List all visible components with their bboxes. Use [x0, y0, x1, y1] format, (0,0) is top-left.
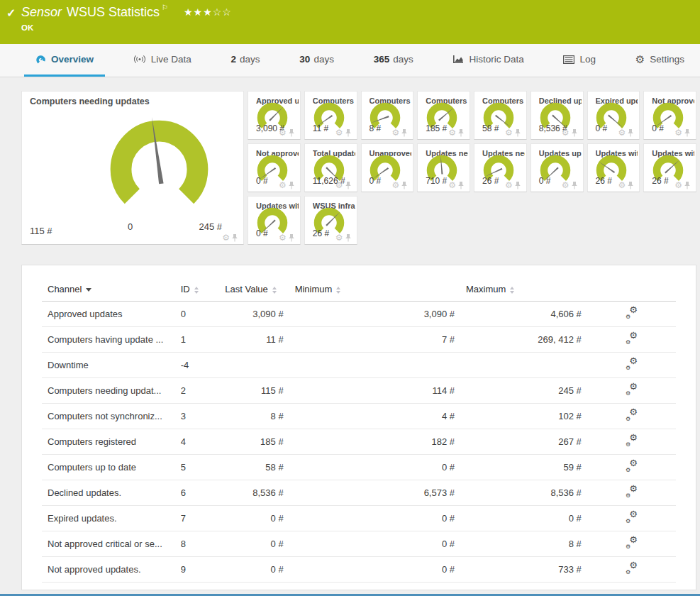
channel-maximum: 733 # [460, 557, 587, 583]
tab-overview[interactable]: Overview [24, 44, 105, 77]
tile-settings-gear-icon[interactable]: ⚙ [279, 233, 287, 242]
table-row[interactable]: Computers up to date 5 58 # 0 # 59 # ⚙⚙ [42, 455, 676, 480]
tile-pin-icon[interactable] [345, 234, 352, 242]
tile-pin-icon[interactable] [288, 182, 295, 189]
channel-settings-icon[interactable]: ⚙⚙ [626, 333, 638, 344]
table-row[interactable]: Computers not synchroniz... 3 8 # 4 # 10… [42, 404, 676, 429]
tab-365-days[interactable]: 365 days [362, 44, 425, 77]
gauge-tile[interactable]: Expired updates. 0 # ⚙ [587, 91, 640, 140]
table-row[interactable]: Computers registered 4 185 # 182 # 267 #… [42, 429, 676, 455]
table-row[interactable]: Downtime -4 ⚙⚙ [42, 353, 676, 378]
tab-2-days[interactable]: 2 days [220, 44, 272, 77]
tile-settings-gear-icon[interactable]: ⚙ [505, 128, 513, 137]
channel-settings-icon[interactable]: ⚙⚙ [626, 359, 638, 370]
gauge-tile[interactable]: Updates up to date. 0 # ⚙ [530, 143, 584, 192]
table-row[interactable]: Declined updates. 6 8,536 # 6,573 # 8,53… [42, 480, 676, 506]
column-header-minimum[interactable]: Minimum [289, 277, 460, 302]
priority-flag-icon[interactable]: ⚐ [162, 4, 168, 11]
gauge-tile[interactable]: Updates with client err... 26 # ⚙ [587, 143, 640, 192]
tab-settings[interactable]: ⚙ Settings [624, 44, 696, 77]
tile-settings-gear-icon[interactable]: ⚙ [279, 181, 287, 189]
tile-pin-icon[interactable] [684, 182, 691, 189]
tile-settings-gear-icon[interactable]: ⚙ [562, 128, 570, 137]
tile-settings-gear-icon[interactable]: ⚙ [505, 181, 513, 189]
channel-settings-icon[interactable]: ⚙⚙ [626, 538, 638, 548]
column-header-id[interactable]: ID [175, 277, 220, 302]
tile-settings-gear-icon[interactable]: ⚙ [391, 128, 399, 137]
channel-settings-icon[interactable]: ⚙⚙ [626, 461, 638, 472]
gauge-tile[interactable]: Not approved critical o... 0 # ⚙ [643, 91, 696, 140]
tile-settings-gear-icon[interactable]: ⚙ [222, 233, 230, 242]
tile-settings-gear-icon[interactable]: ⚙ [448, 128, 456, 137]
tile-pin-icon[interactable] [457, 129, 465, 137]
gauge-tile[interactable]: Computers having upd... 11 # ⚙ [304, 91, 357, 140]
tile-pin-icon[interactable] [684, 129, 691, 137]
channel-settings-icon[interactable]: ⚙⚙ [626, 308, 638, 319]
tile-settings-gear-icon[interactable]: ⚙ [618, 181, 626, 189]
gauge-value: 115 # [30, 226, 52, 236]
gauge-tile[interactable]: Approved updates 3,090 # ⚙ [248, 91, 301, 140]
gauge-tile[interactable]: Not approved updates 0 # ⚙ [248, 143, 301, 192]
gauge-tile[interactable]: Updates with stale upd... 0 # ⚙ [248, 196, 301, 245]
column-header-last-value[interactable]: Last Value [219, 277, 289, 302]
tile-settings-gear-icon[interactable]: ⚙ [448, 181, 456, 189]
table-row[interactable]: Expired updates. 7 0 # 0 # 0 # ⚙⚙ [42, 506, 676, 531]
channel-minimum: 0 # [289, 506, 460, 531]
tile-pin-icon[interactable] [345, 129, 352, 137]
tile-pin-icon[interactable] [627, 129, 634, 137]
table-row[interactable]: Not approved critical or se... 8 0 # 0 #… [42, 531, 676, 557]
gauge-tile-main[interactable]: Computers needing updates 0 245 # 115 # … [21, 91, 244, 245]
tile-pin-icon[interactable] [514, 182, 521, 189]
channel-settings-icon[interactable]: ⚙⚙ [626, 410, 638, 421]
table-row[interactable]: Computers needing updat... 2 115 # 114 #… [42, 378, 676, 404]
channel-last-value: 8,536 # [219, 480, 289, 506]
tile-pin-icon[interactable] [288, 129, 295, 137]
channel-settings-icon[interactable]: ⚙⚙ [626, 487, 638, 497]
tab-30-days[interactable]: 30 days [288, 44, 345, 77]
gauge-tile[interactable]: Computers not synchr... 8 # ⚙ [361, 91, 414, 140]
tile-pin-icon[interactable] [514, 129, 521, 137]
column-header-maximum[interactable]: Maximum [460, 277, 587, 302]
channel-settings-icon[interactable]: ⚙⚙ [626, 512, 638, 523]
tile-pin-icon[interactable] [401, 129, 408, 137]
channel-settings-icon[interactable]: ⚙⚙ [626, 385, 638, 395]
gauge-tile[interactable]: WSUS infrastructure u... 26 # ⚙ [304, 196, 357, 245]
tile-pin-icon[interactable] [457, 182, 465, 189]
tile-pin-icon[interactable] [401, 182, 408, 189]
gauge-tile[interactable]: Declined updates. 8,536 # ⚙ [530, 91, 584, 140]
tab-historic-data[interactable]: Historic Data [441, 44, 535, 77]
tile-settings-gear-icon[interactable]: ⚙ [335, 233, 343, 242]
gauge-tile[interactable]: Updates needing files. 26 # ⚙ [474, 143, 527, 192]
tile-pin-icon[interactable] [627, 182, 634, 189]
table-row[interactable]: Approved updates 0 3,090 # 3,090 # 4,606… [42, 302, 676, 327]
tile-pin-icon[interactable] [231, 234, 238, 242]
tile-pin-icon[interactable] [288, 234, 295, 242]
gauge-tile[interactable]: Computers up to date 58 # ⚙ [474, 91, 527, 140]
tile-pin-icon[interactable] [571, 182, 578, 189]
gauge-icon [35, 55, 46, 65]
gauge-tile[interactable]: Computers registered 185 # ⚙ [417, 91, 470, 140]
gauge-tile[interactable]: Unapproved, needed u... 0 # ⚙ [361, 143, 414, 192]
gauge-tile[interactable]: Total updates. 11,626 # ⚙ [304, 143, 357, 192]
tile-settings-gear-icon[interactable]: ⚙ [335, 181, 343, 189]
tab-log[interactable]: Log [552, 44, 607, 77]
gauge-tile[interactable]: Updates with server err... 26 # ⚙ [643, 143, 696, 192]
tile-pin-icon[interactable] [571, 129, 578, 137]
table-row[interactable]: Computers having update ... 1 11 # 7 # 2… [42, 327, 676, 353]
channel-settings-icon[interactable]: ⚙⚙ [626, 436, 638, 446]
channel-name: Computers not synchroniz... [42, 404, 175, 429]
column-header-channel[interactable]: Channel [42, 277, 175, 302]
tile-settings-gear-icon[interactable]: ⚙ [674, 181, 682, 189]
tile-settings-gear-icon[interactable]: ⚙ [674, 128, 682, 137]
tile-settings-gear-icon[interactable]: ⚙ [562, 181, 570, 189]
tile-settings-gear-icon[interactable]: ⚙ [279, 128, 287, 137]
tile-pin-icon[interactable] [345, 182, 352, 189]
tile-settings-gear-icon[interactable]: ⚙ [618, 128, 626, 137]
table-row[interactable]: Not approved updates. 9 0 # 0 # 733 # ⚙⚙ [42, 557, 676, 583]
tile-settings-gear-icon[interactable]: ⚙ [391, 181, 399, 189]
tab-live-data[interactable]: Live Data [122, 44, 203, 77]
channel-settings-icon[interactable]: ⚙⚙ [626, 563, 638, 574]
rating-stars[interactable]: ★★★☆☆ [184, 5, 232, 18]
gauge-tile[interactable]: Updates needed by co... 710 # ⚙ [417, 143, 470, 192]
tile-settings-gear-icon[interactable]: ⚙ [335, 128, 343, 137]
